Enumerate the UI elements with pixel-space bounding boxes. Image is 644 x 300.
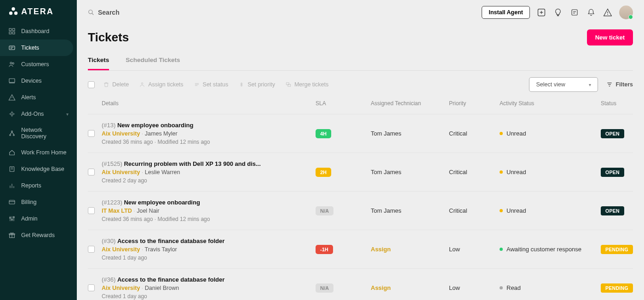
tab-tickets[interactable]: Tickets (88, 52, 109, 70)
row-checkbox[interactable] (88, 169, 95, 175)
ticket-requester: James Myler (145, 130, 178, 137)
select-all-checkbox[interactable] (88, 81, 95, 88)
filter-icon (606, 81, 613, 88)
page-title: Tickets (88, 30, 129, 45)
table-row[interactable]: (#1223) New employee onboardingIT Max LT… (88, 192, 633, 230)
col-status: Status (601, 100, 633, 107)
toolbar-assign-tickets[interactable]: Assign tickets (139, 81, 183, 88)
ticket-customer[interactable]: IT Max LTD (102, 208, 132, 214)
svg-point-15 (11, 113, 13, 115)
install-agent-button[interactable]: Install Agent (482, 6, 530, 19)
notes-button[interactable] (569, 7, 580, 17)
row-checkbox[interactable] (88, 284, 95, 291)
users-icon (8, 61, 16, 68)
sla-badge: N/A (316, 283, 334, 293)
sidebar-item-reports[interactable]: Reports (0, 177, 77, 194)
col-priority: Priority (449, 100, 500, 107)
status-badge: OPEN (601, 206, 624, 215)
sidebar-item-billing[interactable]: Billing (0, 194, 77, 210)
add-button[interactable] (536, 7, 546, 17)
sla-badge: 4H (316, 129, 331, 138)
assign-technician-link[interactable]: Assign (371, 284, 449, 291)
toolbar-set-status[interactable]: Set status (194, 81, 229, 88)
col-sla: SLA (316, 100, 371, 107)
status-badge: OPEN (601, 129, 624, 138)
merge-icon (285, 81, 292, 88)
notifications-button[interactable] (586, 7, 596, 17)
svg-point-51 (607, 14, 608, 15)
sidebar-item-add-ons[interactable]: Add-Ons▾ (0, 106, 77, 122)
sidebar-item-get-rewards[interactable]: Get Rewards (0, 227, 77, 243)
ticket-title: Recurring problem with Dell XP 13 900 an… (124, 160, 260, 167)
search-input[interactable]: Search (88, 9, 120, 16)
ticket-customer[interactable]: Aix University (102, 130, 140, 137)
sidebar-item-knowledge-base[interactable]: Knowledge Base (0, 161, 77, 177)
svg-point-11 (12, 62, 14, 64)
ticket-customer[interactable]: Aix University (102, 246, 140, 253)
toolbar-merge-tickets[interactable]: Merge tickets (285, 81, 328, 88)
new-ticket-button[interactable]: New ticket (587, 29, 633, 45)
toolbar-delete[interactable]: Delete (103, 81, 129, 88)
avatar[interactable] (619, 6, 633, 19)
table-row[interactable]: (#1525) Recurring problem with Dell XP 1… (88, 153, 633, 192)
kb-icon (8, 165, 16, 173)
ticket-requester: Leslie Warren (145, 169, 180, 175)
search-icon (88, 9, 94, 16)
sidebar-item-admin[interactable]: Admin (0, 210, 77, 227)
ticket-meta: Created 1 day ago (102, 293, 311, 300)
sidebar-item-tickets[interactable]: Tickets (0, 40, 73, 56)
plus-icon (537, 8, 546, 17)
wfh-icon (8, 149, 16, 156)
ticket-customer[interactable]: Aix University (102, 169, 140, 175)
priority-icon (238, 81, 245, 88)
col-details: Details (102, 100, 316, 107)
lightbulb-icon (554, 8, 562, 17)
svg-line-23 (10, 132, 12, 134)
ticket-requester: Joel Nair (137, 208, 159, 214)
activity-dot (500, 132, 503, 135)
sidebar-item-label: Devices (21, 78, 41, 84)
ticket-id: (#36) (102, 276, 115, 283)
tab-scheduled-tickets[interactable]: Scheduled Tickets (126, 52, 180, 70)
warning-icon (603, 8, 612, 17)
ticket-customer[interactable]: Aix University (102, 285, 140, 291)
assign-technician-link[interactable]: Assign (371, 246, 449, 253)
sidebar-item-devices[interactable]: Devices (0, 73, 77, 89)
row-checkbox[interactable] (88, 246, 95, 253)
toolbar-set-priority[interactable]: Set priority (238, 81, 275, 88)
row-checkbox[interactable] (88, 207, 95, 214)
filters-button[interactable]: Filters (606, 81, 633, 88)
select-view-dropdown[interactable]: Select view ▾ (529, 77, 598, 92)
ticket-title: New employee onboarding (117, 122, 193, 129)
svg-rect-7 (9, 46, 15, 50)
ticket-meta: Created 36 mins ago · Modified 12 mins a… (102, 139, 311, 145)
sidebar-item-alerts[interactable]: Alerts (0, 89, 77, 106)
svg-rect-5 (9, 32, 12, 34)
activity-status: Unread (506, 169, 526, 175)
select-view-label: Select view (536, 81, 565, 88)
topbar: Search Install Agent (77, 0, 644, 25)
sidebar-item-label: Get Rewards (21, 232, 55, 238)
activity-dot (500, 209, 503, 212)
sidebar-item-network-discovery[interactable]: Network Discovery (0, 122, 77, 144)
alerts-button[interactable] (603, 7, 613, 17)
toolbar-action-label: Delete (112, 81, 129, 88)
logo[interactable]: ATERA (0, 6, 77, 23)
sidebar-item-label: Customers (21, 61, 49, 68)
sidebar-item-customers[interactable]: Customers (0, 56, 77, 73)
dashboard-icon (8, 28, 16, 35)
search-label: Search (98, 9, 120, 16)
activity-dot (500, 286, 503, 289)
table-row[interactable]: (#13) New employee onboardingAix Univers… (88, 114, 633, 153)
sidebar-item-work-from-home[interactable]: Work From Home (0, 144, 77, 161)
status-badge: OPEN (601, 168, 624, 177)
sidebar-item-dashboard[interactable]: Dashboard (0, 23, 77, 40)
row-checkbox[interactable] (88, 130, 95, 137)
logo-icon (8, 6, 18, 17)
table-row[interactable]: (#36) Access to the finance database fol… (88, 269, 633, 300)
table-row[interactable]: (#30) Access to the finance database fol… (88, 230, 633, 269)
sidebar-item-label: Knowledge Base (21, 166, 64, 172)
idea-button[interactable] (553, 7, 563, 17)
alert-icon (8, 94, 16, 101)
bell-icon (587, 8, 595, 17)
